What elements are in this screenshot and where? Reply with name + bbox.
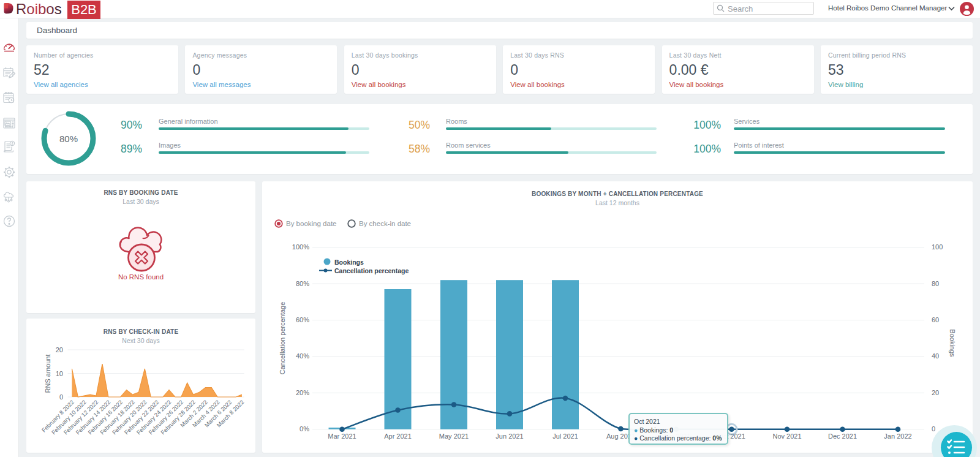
svg-text:Jul 2021: Jul 2021: [552, 432, 578, 440]
svg-text:0: 0: [59, 393, 63, 401]
svg-text:0%: 0%: [300, 425, 309, 432]
svg-text:80%: 80%: [59, 134, 78, 144]
svg-text:20%: 20%: [296, 389, 309, 396]
svg-text:100%: 100%: [292, 243, 309, 251]
svg-text:80%: 80%: [296, 280, 309, 287]
svg-text:Bookings: Bookings: [334, 259, 364, 266]
svg-text:20: 20: [56, 346, 63, 353]
svg-text:80: 80: [932, 280, 939, 287]
svg-text:Dec 2021: Dec 2021: [828, 432, 857, 440]
svg-text:0: 0: [932, 425, 935, 432]
svg-text:Jan 2022: Jan 2022: [884, 432, 911, 440]
svg-text:Jun 2021: Jun 2021: [496, 432, 523, 440]
svg-text:RNS amount: RNS amount: [44, 355, 51, 393]
svg-text:100: 100: [932, 243, 943, 251]
svg-text:20: 20: [932, 389, 939, 396]
svg-text:Mar 2021: Mar 2021: [328, 432, 356, 440]
svg-text:60%: 60%: [296, 316, 309, 323]
svg-text:Bookings: Bookings: [949, 329, 956, 357]
svg-text:Nov 2021: Nov 2021: [772, 432, 801, 440]
svg-text:May 2021: May 2021: [439, 432, 469, 440]
svg-text:Apr 2021: Apr 2021: [384, 432, 412, 440]
svg-text:10: 10: [56, 370, 63, 377]
svg-text:Cancellation percentage: Cancellation percentage: [334, 267, 409, 274]
svg-text:40%: 40%: [296, 352, 309, 360]
svg-text:Roibos: Roibos: [16, 1, 62, 17]
svg-text:60: 60: [932, 316, 939, 323]
svg-text:Cancellation percentage: Cancellation percentage: [279, 302, 286, 375]
svg-text:40: 40: [932, 352, 939, 360]
